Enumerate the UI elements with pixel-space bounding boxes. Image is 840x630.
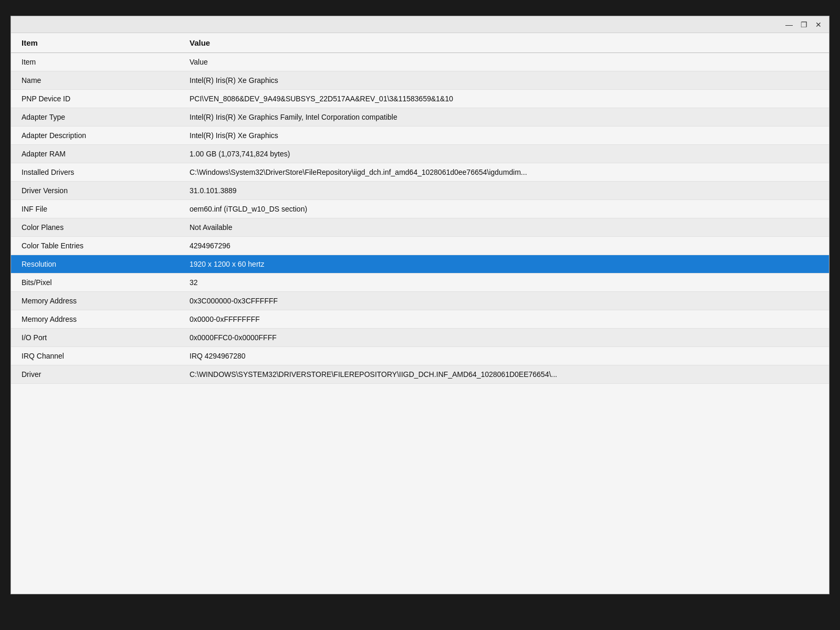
properties-table: Item Value ItemValueNameIntel(R) Iris(R)… xyxy=(11,33,829,384)
row-value-cell: 0x3C000000-0x3CFFFFFF xyxy=(179,292,829,310)
row-value-cell: 0x0000FFC0-0x0000FFFF xyxy=(179,329,829,347)
row-value-cell: Intel(R) Iris(R) Xe Graphics Family, Int… xyxy=(179,108,829,127)
row-item-cell: Color Table Entries xyxy=(11,237,179,255)
row-value-cell: 1.00 GB (1,073,741,824 bytes) xyxy=(179,145,829,163)
table-row[interactable]: Resolution1920 x 1200 x 60 hertz xyxy=(11,255,829,274)
table-row[interactable]: DriverC:\WINDOWS\SYSTEM32\DRIVERSTORE\FI… xyxy=(11,365,829,384)
window-controls: — ❐ ✕ xyxy=(783,19,825,30)
maximize-button[interactable]: ❐ xyxy=(797,19,810,30)
close-button[interactable]: ✕ xyxy=(812,19,825,30)
row-value-cell: PCI\VEN_8086&DEV_9A49&SUBSYS_22D517AA&RE… xyxy=(179,90,829,108)
row-item-cell: Driver xyxy=(11,365,179,384)
row-value-cell: C:\WINDOWS\SYSTEM32\DRIVERSTORE\FILEREPO… xyxy=(179,365,829,384)
table-row[interactable]: Memory Address0x0000-0xFFFFFFFF xyxy=(11,310,829,329)
row-value-cell: 4294967296 xyxy=(179,237,829,255)
row-item-cell: PNP Device ID xyxy=(11,90,179,108)
table-row[interactable]: Installed DriversC:\Windows\System32\Dri… xyxy=(11,163,829,182)
row-item-cell: Adapter Description xyxy=(11,127,179,145)
table-row[interactable]: Memory Address0x3C000000-0x3CFFFFFF xyxy=(11,292,829,310)
table-row[interactable]: PNP Device IDPCI\VEN_8086&DEV_9A49&SUBSY… xyxy=(11,90,829,108)
row-item-cell: INF File xyxy=(11,200,179,218)
table-row[interactable]: INF Fileoem60.inf (iTGLD_w10_DS section) xyxy=(11,200,829,218)
title-bar: — ❐ ✕ xyxy=(11,16,829,33)
table-row[interactable]: NameIntel(R) Iris(R) Xe Graphics xyxy=(11,71,829,90)
table-wrapper: Item Value ItemValueNameIntel(R) Iris(R)… xyxy=(11,33,829,384)
row-item-cell: Memory Address xyxy=(11,292,179,310)
row-value-cell: Value xyxy=(179,53,829,71)
row-item-cell: Resolution xyxy=(11,255,179,274)
row-item-cell: Installed Drivers xyxy=(11,163,179,182)
row-item-cell: Adapter RAM xyxy=(11,145,179,163)
table-row[interactable]: Adapter DescriptionIntel(R) Iris(R) Xe G… xyxy=(11,127,829,145)
empty-space xyxy=(11,384,829,594)
table-row[interactable]: Color PlanesNot Available xyxy=(11,218,829,237)
row-value-cell: IRQ 4294967280 xyxy=(179,347,829,365)
table-row[interactable]: IRQ ChannelIRQ 4294967280 xyxy=(11,347,829,365)
row-item-cell: Color Planes xyxy=(11,218,179,237)
row-item-cell: Name xyxy=(11,71,179,90)
table-row[interactable]: ItemValue xyxy=(11,53,829,71)
row-item-cell: Driver Version xyxy=(11,182,179,200)
table-row[interactable]: I/O Port0x0000FFC0-0x0000FFFF xyxy=(11,329,829,347)
table-row[interactable]: Bits/Pixel32 xyxy=(11,274,829,292)
row-item-cell: Memory Address xyxy=(11,310,179,329)
column-header-value: Value xyxy=(179,33,829,53)
row-value-cell: Intel(R) Iris(R) Xe Graphics xyxy=(179,71,829,90)
table-row[interactable]: Adapter RAM1.00 GB (1,073,741,824 bytes) xyxy=(11,145,829,163)
row-value-cell: 1920 x 1200 x 60 hertz xyxy=(179,255,829,274)
row-item-cell: Item xyxy=(11,53,179,71)
row-item-cell: I/O Port xyxy=(11,329,179,347)
row-value-cell: Intel(R) Iris(R) Xe Graphics xyxy=(179,127,829,145)
row-item-cell: IRQ Channel xyxy=(11,347,179,365)
row-item-cell: Adapter Type xyxy=(11,108,179,127)
row-value-cell: C:\Windows\System32\DriverStore\FileRepo… xyxy=(179,163,829,182)
row-value-cell: 0x0000-0xFFFFFFFF xyxy=(179,310,829,329)
table-row[interactable]: Adapter TypeIntel(R) Iris(R) Xe Graphics… xyxy=(11,108,829,127)
column-header-item: Item xyxy=(11,33,179,53)
row-value-cell: oem60.inf (iTGLD_w10_DS section) xyxy=(179,200,829,218)
table-row[interactable]: Driver Version31.0.101.3889 xyxy=(11,182,829,200)
row-value-cell: 31.0.101.3889 xyxy=(179,182,829,200)
row-value-cell: 32 xyxy=(179,274,829,292)
row-value-cell: Not Available xyxy=(179,218,829,237)
minimize-button[interactable]: — xyxy=(783,19,795,30)
table-header-row: Item Value xyxy=(11,33,829,53)
main-window: — ❐ ✕ Item Value ItemValueNameIntel(R) I… xyxy=(10,16,830,594)
table-row[interactable]: Color Table Entries4294967296 xyxy=(11,237,829,255)
row-item-cell: Bits/Pixel xyxy=(11,274,179,292)
